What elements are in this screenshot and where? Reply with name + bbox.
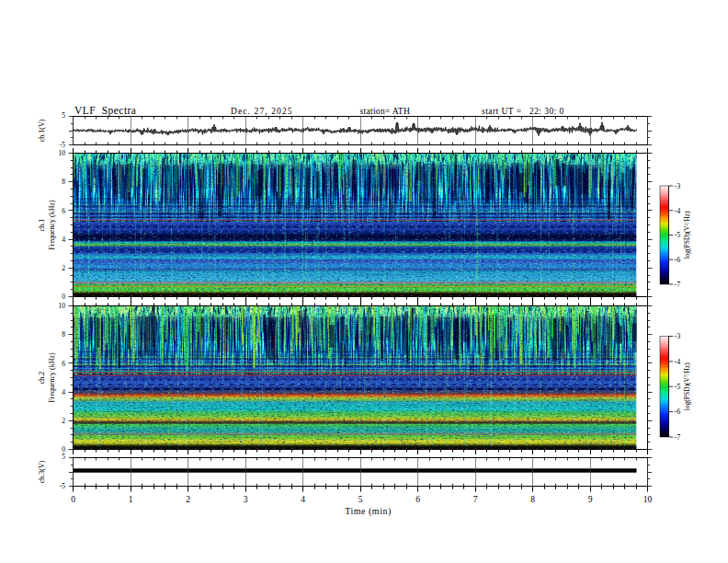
svg-text:6: 6 — [415, 495, 420, 504]
svg-text:-7: -7 — [675, 281, 681, 289]
svg-text:Frequency (kHz): Frequency (kHz) — [48, 200, 56, 250]
svg-text:-4: -4 — [675, 358, 681, 366]
svg-text:-5: -5 — [675, 383, 681, 391]
svg-text:2: 2 — [186, 495, 190, 504]
svg-text:4: 4 — [62, 236, 65, 244]
svg-text:1: 1 — [129, 495, 133, 504]
svg-text:10: 10 — [643, 495, 653, 504]
svg-text:-6: -6 — [675, 408, 681, 416]
svg-text:9: 9 — [588, 495, 593, 504]
svg-text:4: 4 — [301, 495, 305, 504]
svg-text:VLF Spectra: VLF Spectra — [74, 105, 136, 117]
svg-text:10: 10 — [59, 149, 66, 157]
svg-text:-6: -6 — [675, 256, 681, 264]
svg-text:0: 0 — [62, 445, 65, 454]
svg-text:Time (min): Time (min) — [345, 506, 391, 517]
svg-text:ch.1: ch.1 — [38, 219, 46, 232]
svg-text:0: 0 — [62, 293, 65, 301]
svg-text:8: 8 — [530, 495, 535, 504]
svg-text:0: 0 — [71, 495, 75, 504]
svg-text:Frequency (kHz): Frequency (kHz) — [48, 352, 56, 403]
svg-text:4: 4 — [62, 388, 65, 396]
svg-text:6: 6 — [62, 207, 65, 215]
svg-text:-7: -7 — [675, 433, 681, 442]
svg-text:5: 5 — [62, 111, 65, 120]
svg-text:-5: -5 — [60, 482, 65, 490]
svg-text:start UT = 22: 30: 0: start UT = 22: 30: 0 — [482, 107, 564, 116]
svg-text:8: 8 — [62, 330, 65, 339]
svg-text:3: 3 — [244, 495, 248, 504]
svg-text:2: 2 — [62, 264, 65, 272]
svg-text:log(PSD)(V2/Hz): log(PSD)(V2/Hz) — [683, 362, 691, 411]
svg-text:6: 6 — [62, 360, 65, 368]
svg-text:8: 8 — [62, 178, 65, 186]
svg-text:10: 10 — [59, 302, 66, 310]
svg-text:-4: -4 — [675, 207, 681, 215]
svg-text:7: 7 — [473, 495, 478, 504]
svg-text:station= ATH: station= ATH — [360, 107, 411, 116]
svg-text:Dec. 27, 2025: Dec. 27, 2025 — [231, 107, 293, 116]
svg-text:-3: -3 — [675, 332, 681, 340]
svg-text:2: 2 — [62, 417, 65, 425]
svg-text:log(PSD)(V2/Hz): log(PSD)(V2/Hz) — [683, 211, 691, 259]
svg-text:-5: -5 — [675, 231, 681, 239]
svg-text:-5: -5 — [60, 141, 65, 149]
svg-text:5: 5 — [358, 495, 363, 504]
svg-text:ch.1(V): ch.1(V) — [38, 119, 46, 142]
svg-text:ch.3(V): ch.3(V) — [38, 460, 46, 483]
svg-text:-3: -3 — [675, 182, 681, 190]
svg-text:ch.2: ch.2 — [38, 372, 46, 385]
